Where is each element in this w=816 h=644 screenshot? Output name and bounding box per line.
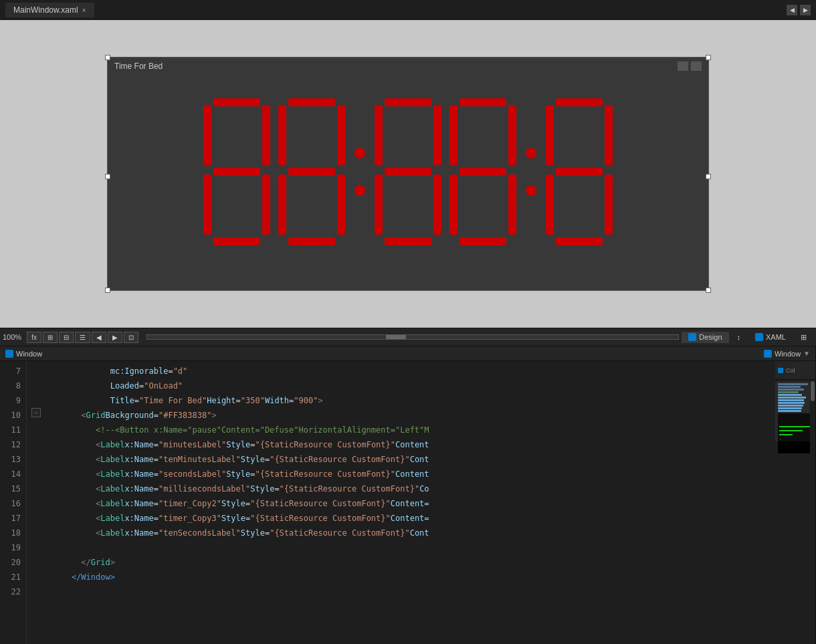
minimap-icon — [778, 368, 783, 373]
seg-bot-0 — [213, 237, 260, 245]
col-label: Col — [786, 367, 795, 374]
seg-top-4 — [556, 98, 603, 106]
code-line-18: <Label x:Name="tenSecondsLabel" Style="{… — [52, 526, 775, 540]
digit-4 — [546, 98, 613, 245]
seg-br-2 — [433, 175, 441, 235]
list-btn[interactable]: ☰ — [75, 332, 90, 343]
line-num-9: 9 — [5, 393, 21, 408]
seg-bot-3 — [460, 237, 506, 245]
code-line-16: <Label x:Name="timer_Copy2" Style="{Stat… — [52, 496, 775, 511]
digit-1 — [278, 98, 345, 245]
colon-1 — [354, 98, 365, 245]
seg-tr-4 — [605, 105, 613, 165]
code-content-area: 7 8 9 10 11 12 13 14 15 16 17 18 19 20 2… — [0, 361, 815, 644]
line-num-12: 12 — [5, 437, 21, 452]
collapse-grid-btn[interactable]: − — [31, 408, 41, 417]
seg-mid-4 — [556, 168, 603, 176]
view-toggle-bar: 100% fx ⊞ ⊟ ☰ ◀ ▶ ⊡ Design ↕ XAML ⊞ — [0, 328, 816, 346]
code-editor-panel: Window Window ▼ 7 8 9 10 11 12 13 14 — [0, 346, 816, 644]
breadcrumb-dropdown[interactable]: ▼ — [803, 350, 810, 357]
seg-bl-0 — [203, 175, 211, 235]
grid-btn[interactable]: ⊞ — [43, 332, 58, 343]
seg-tr-3 — [508, 105, 516, 165]
xaml-icon — [755, 333, 763, 341]
seg-tl-1 — [278, 105, 286, 165]
right-arrow-btn[interactable]: ▶ — [108, 332, 122, 343]
scroll-left-button[interactable]: ◀ — [787, 5, 797, 15]
line-num-17: 17 — [5, 511, 21, 526]
breadcrumb-window: Window — [5, 350, 42, 358]
resize-tl[interactable] — [105, 55, 110, 60]
preview-window: Time For Bed — [107, 57, 709, 291]
tab-close-button[interactable]: × — [82, 7, 86, 14]
title-bar: MainWindow.xaml × ◀ ▶ — [0, 0, 816, 20]
seg-bl-1 — [278, 175, 286, 235]
line-num-20: 20 — [5, 555, 21, 570]
sort-btn[interactable]: ↕ — [730, 332, 748, 343]
expand-view-btn[interactable]: ⊞ — [794, 332, 813, 343]
resize-tr[interactable] — [706, 55, 711, 60]
line-num-10: 10 — [5, 408, 21, 423]
resize-lm[interactable] — [105, 174, 110, 179]
seg-tl-0 — [203, 105, 211, 165]
code-line-19 — [52, 540, 775, 555]
design-label: Design — [699, 333, 722, 341]
colon-dot-top-2 — [526, 148, 536, 158]
formula-btn[interactable]: fx — [27, 332, 41, 343]
code-line-17: <Label x:Name="timer_Copy3" Style="{Stat… — [52, 511, 775, 526]
editor-tab[interactable]: MainWindow.xaml × — [5, 3, 94, 17]
code-line-21: </Window> — [52, 570, 775, 584]
minimap-header: Col — [775, 361, 815, 380]
minimap-viewport-indicator — [775, 381, 815, 441]
seg-mid-1 — [288, 168, 335, 176]
breadcrumb-right: Window ▼ — [764, 350, 810, 358]
horizontal-scrollbar[interactable] — [146, 334, 679, 340]
seg-tl-4 — [546, 105, 554, 165]
breadcrumb-right-item: Window ▼ — [764, 350, 810, 358]
preview-maximize-btn[interactable] — [691, 62, 702, 71]
breadcrumb-label: Window — [16, 350, 42, 358]
seg-top-2 — [385, 98, 431, 106]
design-view-btn[interactable]: Design — [682, 332, 728, 343]
line-num-7: 7 — [5, 364, 21, 379]
line-num-8: 8 — [5, 379, 21, 393]
seg-tr-2 — [433, 105, 441, 165]
xaml-label: XAML — [766, 333, 786, 341]
xaml-view-btn[interactable]: XAML — [748, 332, 793, 343]
zoom-display: 100% — [3, 333, 21, 341]
seg-top-1 — [288, 98, 335, 106]
resize-bl[interactable] — [105, 288, 110, 293]
vscrollbar-thumb — [811, 381, 815, 401]
digit-2 — [375, 98, 441, 245]
clock-display — [108, 75, 708, 269]
line-num-15: 15 — [5, 481, 21, 496]
seg-mid-3 — [460, 168, 506, 176]
seg-br-0 — [262, 175, 270, 235]
resize-br[interactable] — [706, 288, 711, 293]
seg-bl-4 — [546, 175, 554, 235]
line-num-21: 21 — [5, 570, 21, 584]
preview-minimize-btn[interactable] — [678, 62, 688, 71]
design-icon — [688, 333, 696, 341]
line-numbers: 7 8 9 10 11 12 13 14 15 16 17 18 19 20 2… — [0, 361, 27, 644]
extra-btn[interactable]: ⊡ — [124, 332, 138, 343]
seg-tl-2 — [375, 105, 383, 165]
preview-titlebar: Time For Bed — [108, 58, 708, 75]
seg-mid-2 — [385, 168, 431, 176]
resize-rm[interactable] — [706, 174, 711, 179]
split-btn[interactable]: ⊟ — [59, 332, 74, 343]
vertical-scrollbar[interactable] — [810, 380, 815, 644]
code-text-area[interactable]: mc:Ignorable="d" Loaded="OnLoad" Title="… — [47, 361, 775, 644]
tab-label: MainWindow.xaml — [13, 5, 78, 15]
code-line-11: <!--<Button x:Name="pause" Content="Defu… — [52, 423, 775, 437]
left-arrow-btn[interactable]: ◀ — [92, 332, 106, 343]
seg-br-4 — [605, 175, 613, 235]
colon-2 — [526, 98, 536, 245]
colon-dot-bot-1 — [354, 185, 365, 196]
colon-dot-top-1 — [354, 148, 365, 158]
scroll-right-button[interactable]: ▶ — [800, 5, 811, 15]
line-num-13: 13 — [5, 452, 21, 467]
design-canvas: Time For Bed — [0, 20, 816, 328]
code-line-9: Title="Time For Bed" Height="350" Width=… — [52, 393, 775, 408]
code-line-20: </Grid> — [52, 555, 775, 570]
